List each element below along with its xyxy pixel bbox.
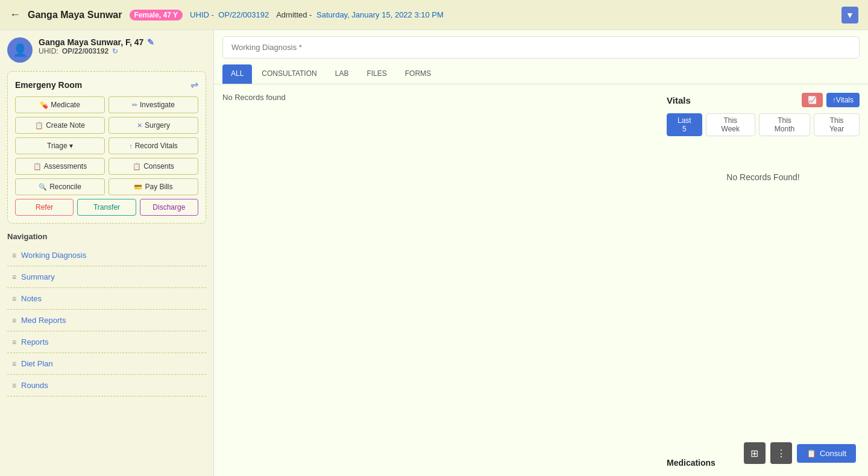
vitals-period-tabs: Last 5 This Week This Month This Year xyxy=(667,113,860,136)
reconcile-icon: 🔍 xyxy=(39,183,47,191)
right-panel: Vitals 📈 ↑Vitals Last 5 This Week xyxy=(667,93,860,468)
avatar: 👤 xyxy=(7,37,33,63)
er-action-row: Refer Transfer Discharge xyxy=(15,199,198,216)
nav-icon: ≡ xyxy=(12,295,16,303)
er-header: Emergeny Room ⇌ xyxy=(15,79,198,90)
edit-icon[interactable]: ✎ xyxy=(147,37,154,47)
nav-icon: ≡ xyxy=(12,273,16,281)
tabs-row: ALL CONSULTATION LAB FILES FORMS xyxy=(214,64,868,84)
assessments-button[interactable]: 📋 Assessments xyxy=(15,158,105,175)
consents-icon: 📋 xyxy=(133,163,141,171)
right-content: ALL CONSULTATION LAB FILES FORMS No Reco… xyxy=(214,30,868,476)
filter-icon[interactable]: ⇌ xyxy=(190,79,198,90)
surgery-icon: ✕ xyxy=(137,122,142,130)
vitals-section: Vitals 📈 ↑Vitals Last 5 This Week xyxy=(667,93,860,446)
uhid-info: UHID - OP/22/003192 xyxy=(190,10,269,19)
tab-consultation[interactable]: CONSULTATION xyxy=(253,64,325,84)
nav-item-summary[interactable]: ≡ Summary xyxy=(7,266,206,288)
nav-item-rounds[interactable]: ≡ Rounds xyxy=(7,375,206,396)
tab-all[interactable]: ALL xyxy=(222,64,252,84)
nav-icon: ≡ xyxy=(12,316,16,325)
content-area: No Records found Vitals 📈 ↑Vitals xyxy=(214,84,868,476)
more-options-button[interactable]: ⋮ xyxy=(770,442,792,464)
consult-button[interactable]: 📋 Consult xyxy=(797,444,856,463)
pay-bills-button[interactable]: 💳 Pay Bills xyxy=(108,178,198,195)
period-last5-button[interactable]: Last 5 xyxy=(667,113,702,136)
add-vitals-button[interactable]: ↑Vitals xyxy=(826,93,860,107)
assessments-icon: 📋 xyxy=(33,163,42,171)
chart-icon: 📈 xyxy=(808,96,817,104)
nav-icon: ≡ xyxy=(12,360,16,368)
vitals-buttons: 📈 ↑Vitals xyxy=(802,93,860,107)
top-header: ← Ganga Maya Sunwar Female, 47 Y UHID - … xyxy=(0,0,868,30)
header-patient-name: Ganga Maya Sunwar xyxy=(28,10,122,20)
back-button[interactable]: ← xyxy=(10,8,20,21)
investigate-button[interactable]: ✏ Investigate xyxy=(108,96,198,113)
grid-icon: ⊞ xyxy=(750,448,758,459)
tab-forms[interactable]: FORMS xyxy=(397,64,439,84)
top-right-button[interactable]: ▼ xyxy=(841,7,858,23)
investigate-icon: ✏ xyxy=(132,101,137,109)
nav-item-med-reports[interactable]: ≡ Med Reports xyxy=(7,310,206,331)
medicate-button[interactable]: 💊 Medicate xyxy=(15,96,105,113)
vitals-title: Vitals xyxy=(667,95,691,105)
no-records-text: No Records found xyxy=(222,93,658,102)
patient-full-name: Ganga Maya Sunwar, F, 47 ✎ xyxy=(39,37,206,47)
tab-files[interactable]: FILES xyxy=(358,64,395,84)
vitals-header: Vitals 📈 ↑Vitals xyxy=(667,93,860,107)
patient-card: 👤 Ganga Maya Sunwar, F, 47 ✎ UHID: OP/22… xyxy=(7,37,206,63)
nav-item-diet-plan[interactable]: ≡ Diet Plan xyxy=(7,353,206,375)
more-icon: ⋮ xyxy=(776,448,786,459)
nav-icon: ≡ xyxy=(12,338,16,346)
nav-item-notes[interactable]: ≡ Notes xyxy=(7,288,206,310)
triage-button[interactable]: Triage ▾ xyxy=(15,137,105,154)
action-buttons-grid: 💊 Medicate ✏ Investigate 📋 Create Note ✕… xyxy=(15,96,198,195)
transfer-button[interactable]: Transfer xyxy=(77,199,136,216)
left-sidebar: 👤 Ganga Maya Sunwar, F, 47 ✎ UHID: OP/22… xyxy=(0,30,214,476)
period-this-year-button[interactable]: This Year xyxy=(814,113,860,136)
admitted-date: Saturday, January 15, 2022 3:10 PM xyxy=(316,10,444,19)
period-this-month-button[interactable]: This Month xyxy=(759,113,810,136)
record-vitals-button[interactable]: ↑ Record Vitals xyxy=(108,137,198,154)
gender-age-badge: Female, 47 Y xyxy=(130,10,183,20)
tab-lab[interactable]: LAB xyxy=(327,64,357,84)
consult-icon: 📋 xyxy=(807,449,816,458)
reconcile-button[interactable]: 🔍 Reconcile xyxy=(15,178,105,195)
surgery-button[interactable]: ✕ Surgery xyxy=(108,117,198,134)
vitals-no-records: No Records Found! xyxy=(667,172,860,182)
discharge-button[interactable]: Discharge xyxy=(140,199,198,216)
create-note-button[interactable]: 📋 Create Note xyxy=(15,117,105,134)
working-diagnosis-bar xyxy=(214,30,868,64)
nav-title: Navigation xyxy=(7,232,206,241)
grid-view-button[interactable]: ⊞ xyxy=(744,442,766,464)
nav-icon: ≡ xyxy=(12,381,16,390)
bottom-actions: ⊞ ⋮ 📋 Consult xyxy=(744,442,856,464)
main-layout: 👤 Ganga Maya Sunwar, F, 47 ✎ UHID: OP/22… xyxy=(0,30,868,476)
vitals-chart-button[interactable]: 📈 xyxy=(802,93,823,107)
admitted-info: Admitted - Saturday, January 15, 2022 3:… xyxy=(276,10,444,19)
patient-details: Ganga Maya Sunwar, F, 47 ✎ UHID: OP/22/0… xyxy=(39,37,206,55)
refer-button[interactable]: Refer xyxy=(15,199,74,216)
left-panel: No Records found xyxy=(222,93,658,468)
medicate-icon: 💊 xyxy=(40,101,48,109)
er-title: Emergeny Room xyxy=(15,80,82,90)
refresh-icon[interactable]: ↻ xyxy=(112,47,118,55)
emergency-room-card: Emergeny Room ⇌ 💊 Medicate ✏ Investigate… xyxy=(7,71,206,224)
consents-button[interactable]: 📋 Consents xyxy=(108,158,198,175)
record-vitals-icon: ↑ xyxy=(129,142,133,149)
nav-item-working-diagnosis[interactable]: ≡ Working Diagnosis xyxy=(7,245,206,266)
nav-icon: ≡ xyxy=(12,251,16,260)
period-this-week-button[interactable]: This Week xyxy=(706,113,755,136)
patient-uhid: UHID: OP/22/003192 ↻ xyxy=(39,47,206,55)
navigation-section: Navigation ≡ Working Diagnosis ≡ Summary… xyxy=(7,232,206,396)
create-note-icon: 📋 xyxy=(35,122,43,130)
nav-item-reports[interactable]: ≡ Reports xyxy=(7,331,206,353)
pay-bills-icon: 💳 xyxy=(134,183,142,191)
working-diagnosis-input[interactable] xyxy=(222,36,860,58)
